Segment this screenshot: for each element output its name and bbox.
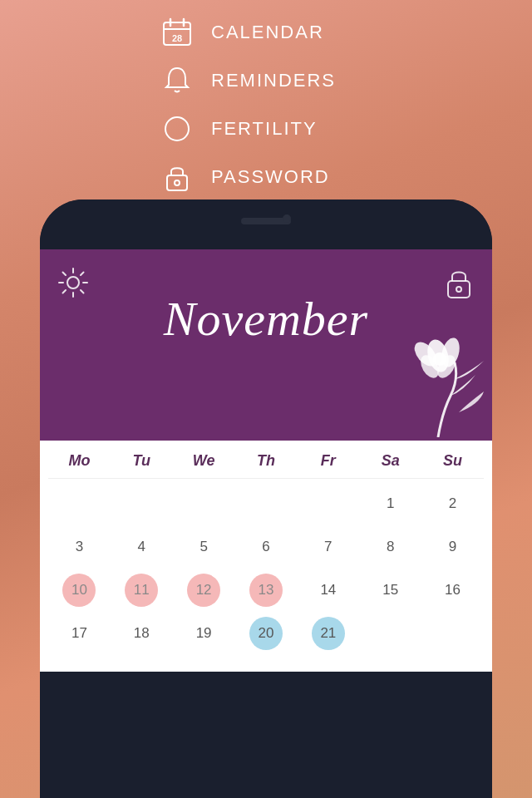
cal-cell-2[interactable]: 2 — [421, 482, 484, 525]
cal-cell-empty-end2: - — [421, 612, 484, 655]
cal-cell-empty: - — [48, 482, 111, 525]
cal-cell-15[interactable]: 15 — [359, 569, 421, 612]
cal-cell-16[interactable]: 16 — [421, 569, 484, 612]
cal-cell-14[interactable]: 14 — [297, 569, 359, 612]
bell-icon — [158, 62, 196, 100]
cal-cell-13[interactable]: 13 — [235, 569, 298, 612]
app-header: November — [40, 249, 492, 441]
svg-point-6 — [165, 117, 189, 140]
cal-cell-21[interactable]: 21 — [297, 612, 359, 655]
day-divider — [48, 478, 484, 479]
calendar-icon: 28 — [158, 13, 196, 52]
cal-cell-8[interactable]: 8 — [359, 525, 421, 569]
cal-cell-17[interactable]: 17 — [48, 612, 111, 655]
cal-cell-empty: - — [173, 482, 235, 525]
circle-icon — [158, 110, 196, 148]
menu-item-calendar[interactable]: 28 CALENDAR — [158, 8, 324, 57]
day-header-su: Su — [421, 452, 484, 470]
svg-rect-7 — [167, 175, 187, 190]
lock-menu-icon — [158, 158, 196, 196]
menu-item-reminders[interactable]: REMINDERS — [158, 57, 336, 105]
flower-decoration — [384, 337, 492, 441]
cal-cell-empty-end: - — [359, 612, 421, 655]
menu-item-fertility[interactable]: FERTILITY — [158, 105, 318, 153]
cal-cell-12[interactable]: 12 — [173, 569, 235, 612]
phone-frame: November — [40, 200, 492, 798]
cal-cell-11[interactable]: 11 — [111, 569, 173, 612]
calendar-week-2: 3 4 5 6 7 8 9 — [48, 525, 484, 569]
cal-cell-5[interactable]: 5 — [173, 525, 235, 569]
day-header-tu: Tu — [111, 452, 173, 470]
day-header-sa: Sa — [359, 452, 421, 470]
cal-cell-10[interactable]: 10 — [48, 569, 111, 612]
cal-cell-7[interactable]: 7 — [297, 525, 359, 569]
cal-cell-1[interactable]: 1 — [359, 482, 421, 525]
cal-cell-4[interactable]: 4 — [111, 525, 173, 569]
day-header-th: Th — [235, 452, 298, 470]
menu-fertility-label: FERTILITY — [211, 118, 318, 140]
day-header-we: We — [173, 452, 235, 470]
cal-cell-empty: - — [297, 482, 359, 525]
calendar-body: Mo Tu We Th Fr Sa Su - - - - - 1 2 3 4 5… — [40, 441, 492, 672]
phone-notch — [40, 200, 492, 249]
phone-camera — [283, 214, 291, 223]
top-menu: 28 CALENDAR REMINDERS FERTILITY — [0, 0, 532, 201]
menu-password-label: PASSWORD — [211, 166, 330, 188]
svg-point-17 — [433, 352, 446, 366]
calendar-week-3: 10 11 12 13 14 15 16 — [48, 569, 484, 612]
menu-item-password[interactable]: PASSWORD — [158, 153, 330, 201]
calendar-week-1: - - - - - 1 2 — [48, 482, 484, 525]
cal-cell-20[interactable]: 20 — [235, 612, 298, 655]
cal-cell-9[interactable]: 9 — [421, 525, 484, 569]
cal-cell-6[interactable]: 6 — [235, 525, 298, 569]
calendar-week-4: 17 18 19 20 21 - - — [48, 612, 484, 655]
day-header-mo: Mo — [48, 452, 111, 470]
cal-cell-empty: - — [235, 482, 298, 525]
day-headers: Mo Tu We Th Fr Sa Su — [48, 441, 484, 478]
menu-reminders-label: REMINDERS — [211, 70, 336, 91]
menu-calendar-label: CALENDAR — [211, 22, 324, 43]
day-header-fr: Fr — [297, 452, 359, 470]
cal-cell-empty: - — [111, 482, 173, 525]
cal-cell-19[interactable]: 19 — [173, 612, 235, 655]
svg-point-8 — [175, 180, 180, 185]
svg-text:28: 28 — [172, 33, 182, 43]
cal-cell-18[interactable]: 18 — [111, 612, 173, 655]
svg-point-9 — [67, 277, 79, 288]
cal-cell-3[interactable]: 3 — [48, 525, 111, 569]
